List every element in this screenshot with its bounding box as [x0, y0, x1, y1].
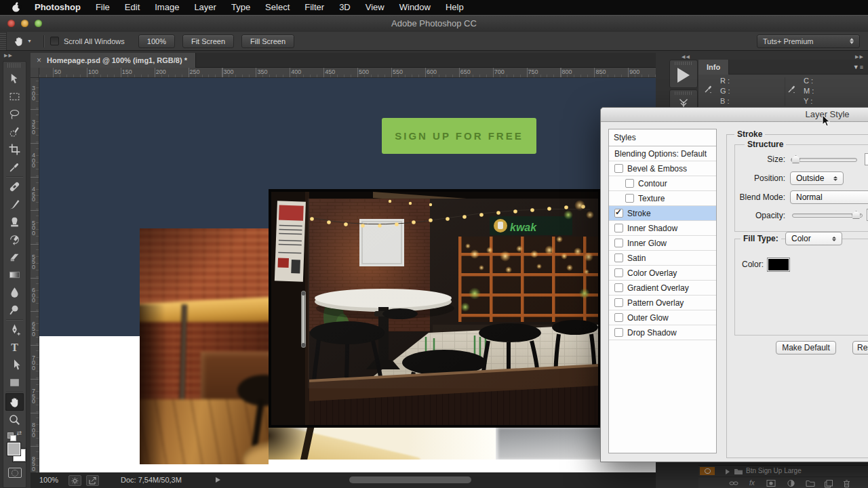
layer-style-fx-icon[interactable]: fx: [749, 479, 755, 487]
gradient-overlay-checkbox[interactable]: [614, 283, 623, 292]
new-layer-icon[interactable]: [824, 479, 833, 488]
menu-edit[interactable]: Edit: [117, 0, 147, 15]
eraser-tool[interactable]: [5, 248, 24, 266]
lasso-tool[interactable]: [5, 105, 24, 123]
pen-tool[interactable]: [5, 321, 24, 338]
menu-window[interactable]: Window: [392, 0, 438, 15]
outer-glow-checkbox[interactable]: [614, 313, 623, 322]
adjustment-layer-icon[interactable]: [787, 479, 795, 487]
brush-tool[interactable]: [5, 195, 24, 213]
inner-glow-checkbox[interactable]: [614, 239, 623, 247]
menu-3d[interactable]: 3D: [332, 0, 358, 15]
document-size-readout[interactable]: Doc: 7,54M/50,3M: [121, 476, 182, 484]
contour-checkbox[interactable]: [625, 179, 634, 188]
clone-stamp-tool[interactable]: [5, 213, 24, 230]
rectangular-marquee-tool[interactable]: [5, 87, 24, 105]
fit-screen-button[interactable]: Fit Screen: [182, 35, 234, 48]
apple-logo-icon[interactable]: [11, 1, 22, 14]
stroke-color-swatch[interactable]: [767, 258, 790, 272]
menu-image[interactable]: Image: [147, 0, 186, 15]
type-tool[interactable]: T: [5, 338, 24, 356]
style-item-inner-glow[interactable]: Inner Glow: [609, 236, 716, 251]
toolbar-grip[interactable]: [7, 63, 22, 68]
stroke-checkbox[interactable]: [614, 209, 623, 218]
style-item-color-overlay[interactable]: Color Overlay: [609, 266, 716, 281]
eyedropper-tool[interactable]: [5, 158, 24, 176]
blend-mode-dropdown[interactable]: Normal: [790, 190, 868, 204]
delete-layer-icon[interactable]: [842, 479, 851, 488]
swap-colors-icon[interactable]: ⇄: [16, 430, 22, 436]
drop-shadow-checkbox[interactable]: [614, 328, 623, 337]
size-slider-thumb[interactable]: [791, 155, 800, 163]
path-selection-tool[interactable]: [5, 356, 24, 373]
bevel-emboss-checkbox[interactable]: [614, 164, 623, 173]
fill-type-dropdown[interactable]: Color: [785, 232, 842, 245]
group-disclosure-icon[interactable]: [726, 469, 730, 474]
panel-menu-icon[interactable]: ▼≡: [853, 64, 864, 70]
texture-checkbox[interactable]: [625, 194, 634, 203]
status-options-arrow-icon[interactable]: [216, 477, 220, 483]
quick-mask-button[interactable]: [8, 468, 22, 478]
color-overlay-checkbox[interactable]: [614, 268, 623, 277]
layer-visibility-toggle[interactable]: [700, 467, 715, 475]
layer-name[interactable]: Btn Sign Up Large: [746, 467, 802, 474]
workspace-selector[interactable]: Tuts+ Premium: [757, 35, 860, 48]
link-layers-icon[interactable]: [729, 479, 738, 487]
pattern-overlay-checkbox[interactable]: [614, 298, 623, 307]
horizontal-scrollbar[interactable]: [349, 476, 471, 483]
style-item-drop-shadow[interactable]: Drop Shadow: [609, 325, 716, 340]
menu-layer[interactable]: Layer: [186, 0, 224, 15]
zoom-level-field[interactable]: 100%: [39, 476, 58, 484]
gradient-tool[interactable]: [5, 266, 24, 283]
style-item-satin[interactable]: Satin: [609, 251, 716, 266]
history-brush-tool[interactable]: [5, 230, 24, 248]
style-item-inner-shadow[interactable]: Inner Shadow: [609, 221, 716, 236]
menu-type[interactable]: Type: [224, 0, 258, 15]
collapse-dock-right-icon[interactable]: ▶▶: [855, 54, 864, 60]
100-button[interactable]: 100%: [138, 35, 175, 48]
menu-select[interactable]: Select: [258, 0, 297, 15]
scroll-all-windows-checkbox[interactable]: [50, 37, 59, 45]
inner-shadow-checkbox[interactable]: [614, 224, 623, 232]
hand-tool[interactable]: [5, 393, 24, 411]
menu-filter[interactable]: Filter: [297, 0, 332, 15]
opacity-slider[interactable]: [792, 211, 863, 220]
style-item-outer-glow[interactable]: Outer Glow: [609, 310, 716, 325]
position-dropdown[interactable]: Outside: [790, 171, 844, 185]
reset-button[interactable]: Reset: [852, 341, 868, 354]
healing-brush-tool[interactable]: [5, 178, 24, 195]
satin-checkbox[interactable]: [614, 253, 623, 262]
collapse-dock-left-icon[interactable]: ◀◀: [682, 54, 690, 60]
document-tab[interactable]: × Homepage.psd @ 100% (img1, RGB/8) *: [31, 53, 196, 68]
sync-settings-icon[interactable]: [68, 475, 81, 486]
tool-preset-caret-icon[interactable]: ▼: [27, 39, 32, 43]
size-slider[interactable]: [791, 155, 857, 164]
new-group-icon[interactable]: [806, 479, 815, 487]
style-item-gradient-overlay[interactable]: Gradient Overlay: [609, 281, 716, 296]
info-panel-tab[interactable]: Info: [698, 60, 729, 75]
layer-mask-icon[interactable]: [766, 479, 776, 487]
crop-tool[interactable]: [5, 140, 24, 158]
dodge-tool[interactable]: [5, 301, 24, 319]
canvas-area[interactable]: SIGN UP FOR FREE: [39, 78, 656, 472]
menu-view[interactable]: View: [358, 0, 392, 15]
menu-file[interactable]: File: [88, 0, 117, 15]
rectangle-tool[interactable]: [5, 373, 24, 391]
size-input[interactable]: [865, 153, 868, 165]
style-item-label: Drop Shadow: [627, 328, 677, 338]
move-tool[interactable]: [5, 70, 24, 87]
make-default-button[interactable]: Make Default: [776, 341, 836, 354]
collapse-panels-icon[interactable]: ▶▶: [0, 51, 31, 61]
menu-photoshop[interactable]: Photoshop: [27, 0, 88, 15]
menu-help[interactable]: Help: [438, 0, 471, 15]
blur-tool[interactable]: [5, 283, 24, 301]
zoom-tool[interactable]: [5, 411, 24, 428]
quick-selection-tool[interactable]: [5, 123, 24, 140]
share-export-icon[interactable]: [86, 475, 99, 486]
actions-panel-collapsed[interactable]: [669, 60, 698, 88]
opacity-slider-thumb[interactable]: [852, 211, 861, 219]
style-item-pattern-overlay[interactable]: Pattern Overlay: [609, 296, 716, 310]
fill-screen-button[interactable]: Fill Screen: [241, 35, 294, 48]
tab-close-icon[interactable]: ×: [37, 56, 41, 64]
foreground-color-swatch[interactable]: [7, 442, 21, 456]
